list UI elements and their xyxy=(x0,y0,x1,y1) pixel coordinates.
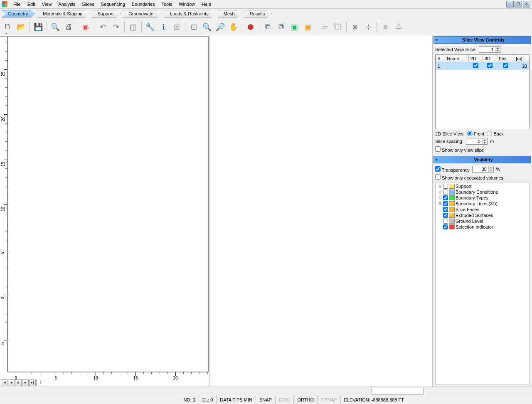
tree-checkbox[interactable] xyxy=(443,201,448,206)
menu-window[interactable]: Window xyxy=(175,1,198,7)
menu-slices[interactable]: Slices xyxy=(79,1,97,7)
down-icon[interactable]: ▼ xyxy=(495,49,500,52)
selected-slice-spinner[interactable]: ▲▼ xyxy=(479,46,500,53)
menu-tools[interactable]: Tools xyxy=(158,1,175,7)
tree-checkbox[interactable] xyxy=(443,195,448,200)
menu-view[interactable]: View xyxy=(39,1,55,7)
tree-item-extruded-surfaces[interactable]: Extruded Surfaces xyxy=(438,212,527,218)
status-datatips[interactable]: DATA TIPS MIN xyxy=(217,395,256,404)
save-icon[interactable]: 💾 xyxy=(32,21,44,33)
slice-controls-header[interactable]: Slice View Controls xyxy=(433,36,531,44)
nav-first-button[interactable]: |◂ xyxy=(1,379,7,386)
tree-item-boundary-lines-3d-[interactable]: ⊞Boundary Lines (3D) xyxy=(438,201,527,207)
sheet-tab[interactable]: 1 xyxy=(36,379,45,386)
maximize-button[interactable]: ❐ xyxy=(515,1,522,7)
command-input[interactable] xyxy=(372,388,424,394)
slice-spacing-spinner[interactable]: ▲▼ xyxy=(466,138,488,145)
tree-checkbox[interactable] xyxy=(443,213,448,218)
tab-geometry[interactable]: Geometry xyxy=(2,10,35,17)
transparency-label[interactable]: Transparency xyxy=(435,166,470,172)
down-icon[interactable]: ▼ xyxy=(483,141,487,144)
front-radio[interactable] xyxy=(467,131,473,136)
zoom-extents-icon[interactable]: ⊡ xyxy=(187,21,200,33)
selected-slice-input[interactable] xyxy=(479,47,495,52)
select-poly-icon[interactable]: ▱ xyxy=(318,21,331,33)
row-2d-checkbox[interactable] xyxy=(473,63,478,68)
tree-item-support[interactable]: ⊞Support xyxy=(438,183,527,189)
screen-green-icon[interactable]: ▣ xyxy=(288,21,300,33)
box-view-icon[interactable]: ⬢ xyxy=(244,21,257,33)
tree-item-boundary-conditions[interactable]: ⊞Boundary Conditions xyxy=(438,189,527,195)
excavated-checkbox[interactable] xyxy=(435,174,441,180)
tree-checkbox[interactable] xyxy=(443,219,448,224)
tree-checkbox[interactable] xyxy=(443,190,448,195)
slice-spacing-input[interactable] xyxy=(466,138,482,144)
nav-next-button[interactable]: ▸ xyxy=(22,379,29,386)
menu-edit[interactable]: Edit xyxy=(24,1,39,7)
copy-shape-icon[interactable]: ⿻ xyxy=(332,21,344,33)
row-edit-checkbox[interactable] xyxy=(503,63,508,68)
canvas-2d-view[interactable]: -50510152025 05101520 |◂ ◂ # ▸ ▸| 1 xyxy=(0,35,210,387)
menu-file[interactable]: File xyxy=(10,1,24,7)
screen-yellow-icon[interactable]: ▣ xyxy=(301,21,314,33)
snap-tool-icon[interactable]: ⋇ xyxy=(379,21,392,33)
zoom-in-icon[interactable]: 🔍 xyxy=(201,21,213,33)
tab-results[interactable]: Results xyxy=(244,10,272,17)
menu-analysis[interactable]: Analysis xyxy=(55,1,79,7)
up-icon[interactable]: ▲ xyxy=(489,166,493,169)
down-icon[interactable]: ▼ xyxy=(489,169,493,172)
visibility-tree[interactable]: ⊞Support⊞Boundary Conditions⊞Boundary Ty… xyxy=(435,182,530,385)
up-icon[interactable]: ▲ xyxy=(483,138,487,141)
tab-loads-restraints[interactable]: Loads & Restraints xyxy=(164,10,216,17)
tab-mesh[interactable]: Mesh xyxy=(217,10,242,17)
minimize-button[interactable]: — xyxy=(506,1,514,7)
window1-icon[interactable]: ⧉ xyxy=(261,21,274,33)
open-folder-icon[interactable]: 📂 xyxy=(15,21,27,33)
up-icon[interactable]: ▲ xyxy=(495,47,500,49)
menu-sequencing[interactable]: Sequencing xyxy=(98,1,128,7)
slice-table-row[interactable]: 1 10 xyxy=(436,62,529,70)
close-button[interactable]: ✕ xyxy=(523,1,530,7)
tree-item-slice-faces[interactable]: Slice Faces xyxy=(438,207,527,212)
front-radio-label[interactable]: Front xyxy=(467,131,485,136)
zoom-out-icon[interactable]: 🔎 xyxy=(214,21,227,33)
back-radio[interactable] xyxy=(487,131,492,136)
menu-boundaries[interactable]: Boundaries xyxy=(128,1,158,7)
transparency-input[interactable] xyxy=(473,166,488,172)
new-file-icon[interactable]: 🗋 xyxy=(2,21,14,33)
status-grid[interactable]: GRID xyxy=(276,395,294,404)
snap-endpoint-icon[interactable]: ⋇ xyxy=(349,21,361,33)
calculator-icon[interactable]: ⊞ xyxy=(170,21,183,33)
split-view-icon[interactable]: ◫ xyxy=(127,21,139,33)
tree-checkbox[interactable] xyxy=(443,224,448,229)
tab-materials-staging[interactable]: Materials & Staging xyxy=(37,10,89,17)
drawing-surface[interactable] xyxy=(7,36,209,372)
tree-checkbox[interactable] xyxy=(443,207,448,212)
show-only-slice-label[interactable]: Show only view slice xyxy=(435,146,484,153)
row-3d-checkbox[interactable] xyxy=(487,63,493,68)
tree-checkbox[interactable] xyxy=(443,184,448,189)
print-preview-icon[interactable]: 🔍 xyxy=(49,21,62,33)
slice-table[interactable]: #Name2D3DEdit[m] 1 10 xyxy=(435,54,530,129)
transparency-checkbox[interactable] xyxy=(435,166,441,172)
nav-add-button[interactable]: # xyxy=(15,379,22,386)
tree-item-selection-indicator[interactable]: Selection Indicator xyxy=(438,224,527,230)
tab-groundwater[interactable]: Groundwater xyxy=(122,10,162,17)
settings-wrench-icon[interactable]: 🔧 xyxy=(144,21,156,33)
canvas-3d-view[interactable] xyxy=(210,35,432,387)
menu-help[interactable]: Help xyxy=(198,1,214,7)
print-icon[interactable]: 🖨 xyxy=(62,21,75,33)
undo-icon[interactable]: ↶ xyxy=(96,21,109,33)
back-radio-label[interactable]: Back xyxy=(487,131,503,136)
window2-icon[interactable]: ⧉ xyxy=(275,21,287,33)
tab-support[interactable]: Support xyxy=(91,10,121,17)
pan-icon[interactable]: ✋ xyxy=(227,21,240,33)
filter-icon[interactable]: ⏃ xyxy=(392,21,405,33)
show-only-slice-checkbox[interactable] xyxy=(435,146,441,152)
status-ortho[interactable]: ORTHO xyxy=(294,395,318,404)
excavated-label[interactable]: Show only excavated volumes xyxy=(435,174,503,180)
snap-node-icon[interactable]: ⊹ xyxy=(362,21,374,33)
info-panel-icon[interactable]: ℹ xyxy=(157,21,170,33)
transparency-spinner[interactable]: ▲▼ xyxy=(472,166,494,172)
tree-item-boundary-types[interactable]: ⊞Boundary Types xyxy=(438,195,527,201)
